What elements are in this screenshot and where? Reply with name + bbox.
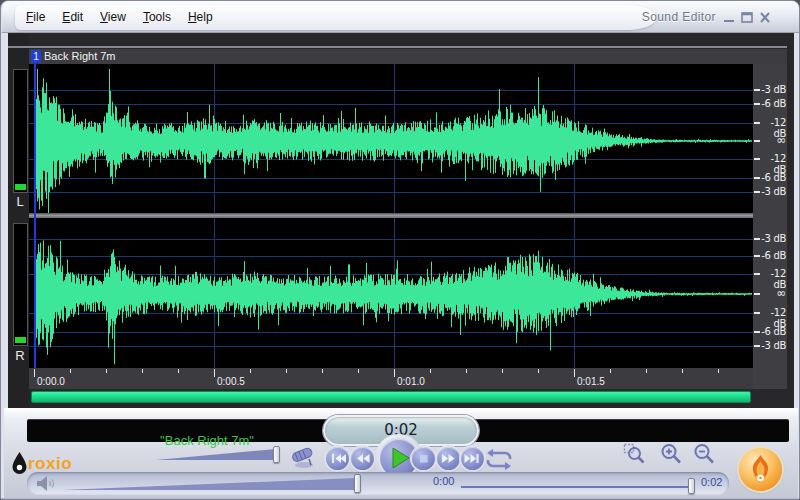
seek-start-time: 0:00	[433, 475, 454, 487]
ruler-tick	[682, 369, 683, 373]
ruler-tick	[430, 369, 431, 373]
db-label: -6 dB	[758, 250, 786, 261]
burn-button[interactable]	[739, 448, 782, 491]
track-top-strip	[8, 46, 787, 48]
zoom-out-button[interactable]	[692, 442, 716, 466]
waveform-right-channel[interactable]	[29, 218, 753, 368]
ruler-tick	[646, 369, 647, 373]
db-label: ∞	[758, 286, 786, 300]
maximize-button[interactable]	[739, 10, 755, 25]
previous-button[interactable]	[326, 447, 349, 470]
level-meter-left	[13, 69, 28, 193]
ruler-tick	[250, 369, 251, 373]
rewind-button[interactable]	[351, 447, 374, 470]
menu-item-help[interactable]: Help	[188, 9, 219, 25]
seek-handle[interactable]	[688, 478, 695, 494]
ruler-tick	[574, 369, 575, 377]
menu-bar: FileEditViewToolsHelp	[26, 9, 219, 25]
speaker-icon	[37, 475, 57, 492]
roxio-brand-text: roxio	[28, 454, 72, 474]
db-label: -3 dB	[758, 186, 786, 197]
seek-end-time: 0:02	[701, 476, 722, 488]
ruler-tick	[502, 369, 503, 373]
menu-item-edit[interactable]: Edit	[62, 9, 89, 25]
ruler-tick	[214, 369, 215, 377]
db-label: ∞	[758, 133, 786, 147]
ruler-tick	[358, 369, 359, 373]
time-ruler[interactable]: 0:00.00:00.50:01.00:01.5	[29, 368, 753, 389]
title-bar: FileEditViewToolsHelp Sound Editor	[2, 1, 799, 33]
ruler-tick	[718, 369, 719, 373]
db-label: -6 dB	[758, 326, 786, 337]
level-meter-left-segment	[15, 184, 26, 190]
ruler-tick	[106, 369, 107, 373]
volume-handle[interactable]	[354, 474, 361, 493]
db-label: -3 dB	[758, 340, 786, 351]
ruler-tick	[142, 369, 143, 373]
db-label: -3 dB	[758, 233, 786, 244]
db-label: -6 dB	[758, 172, 786, 183]
ruler-tick	[70, 369, 71, 373]
record-level-slider[interactable]	[156, 448, 276, 462]
fast-forward-button[interactable]	[437, 447, 460, 470]
ruler-time-label: 0:01.0	[397, 376, 425, 387]
ruler-tick	[466, 369, 467, 373]
player-dock: "Back Right 7m" 0:02 roxio	[4, 408, 798, 498]
ruler-time-label: 0:01.5	[577, 376, 605, 387]
db-scale: -3 dB-6 dB-12 dB∞-12 dB-6 dB-3 dB-3 dB-6…	[753, 64, 787, 389]
track-header[interactable]: 1 Back Right 7m	[29, 49, 787, 64]
playhead-cursor[interactable]	[34, 64, 36, 368]
channel-label-right: R	[11, 348, 29, 363]
stop-button[interactable]	[412, 447, 435, 470]
channel-label-left: L	[11, 194, 29, 209]
ruler-tick	[322, 369, 323, 373]
seek-bar[interactable]	[461, 486, 689, 488]
loop-button[interactable]	[483, 449, 515, 470]
track-name: Back Right 7m	[44, 50, 116, 63]
ruler-time-label: 0:00.5	[217, 376, 245, 387]
level-meter-right-segment	[15, 337, 26, 343]
ruler-tick	[34, 369, 35, 377]
menu-item-file[interactable]: File	[26, 9, 51, 25]
ruler-tick	[538, 369, 539, 373]
ruler-tick	[610, 369, 611, 373]
db-label: -3 dB	[758, 84, 786, 95]
menu-item-tools[interactable]: Tools	[143, 9, 177, 25]
track-number-badge: 1	[31, 50, 41, 63]
sound-editor-window: FileEditViewToolsHelp Sound Editor L R 1…	[0, 0, 800, 500]
roxio-droplet-icon	[11, 451, 28, 476]
next-button[interactable]	[461, 447, 484, 470]
zoom-fit-button[interactable]	[622, 442, 646, 466]
menu-item-view[interactable]: View	[100, 9, 132, 25]
horizontal-scrollbar[interactable]	[31, 391, 751, 403]
level-meter-right	[13, 223, 28, 346]
record-level-handle[interactable]	[273, 446, 280, 463]
minimize-button[interactable]	[721, 10, 737, 25]
volume-slider[interactable]	[62, 477, 356, 492]
ruler-tick	[286, 369, 287, 373]
db-label: -6 dB	[758, 98, 786, 109]
waveform-left-channel[interactable]	[29, 64, 753, 213]
ruler-time-label: 0:00.0	[37, 376, 65, 387]
window-title: Sound Editor	[614, 10, 716, 24]
zoom-in-button[interactable]	[659, 442, 683, 466]
close-button[interactable]	[757, 10, 773, 25]
microphone-icon	[289, 443, 319, 469]
ruler-tick	[178, 369, 179, 373]
ruler-tick	[394, 369, 395, 377]
